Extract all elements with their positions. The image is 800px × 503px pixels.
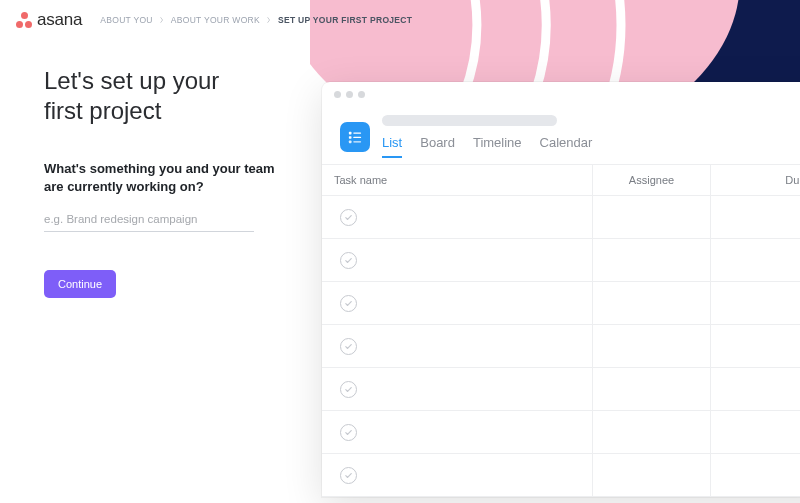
tab-list[interactable]: List [382, 135, 402, 158]
breadcrumb-step-3: SET UP YOUR FIRST PROJECT [278, 15, 412, 25]
complete-check-icon[interactable] [340, 209, 357, 226]
page-title-line2: first project [44, 97, 161, 124]
svg-rect-4 [349, 136, 352, 139]
traffic-light-dot [358, 91, 365, 98]
column-header-assignee: Assignee [592, 165, 710, 195]
svg-rect-2 [349, 131, 352, 134]
tab-board[interactable]: Board [420, 135, 455, 158]
project-preview-window: List Board Timeline Calendar Task name A… [322, 82, 800, 497]
complete-check-icon[interactable] [340, 338, 357, 355]
svg-rect-3 [353, 132, 361, 133]
task-row[interactable] [322, 411, 800, 454]
complete-check-icon[interactable] [340, 381, 357, 398]
task-row[interactable] [322, 196, 800, 239]
project-title-placeholder [382, 115, 557, 126]
asana-logo: asana [16, 10, 82, 30]
complete-check-icon[interactable] [340, 424, 357, 441]
task-rows-container [322, 196, 800, 497]
svg-rect-5 [353, 136, 361, 137]
breadcrumb-step-1: ABOUT YOU [100, 15, 152, 25]
page-title: Let's set up your first project [44, 66, 298, 126]
traffic-light-dot [346, 91, 353, 98]
complete-check-icon[interactable] [340, 467, 357, 484]
breadcrumb-step-2: ABOUT YOUR WORK [171, 15, 260, 25]
task-table-header: Task name Assignee Due date [322, 164, 800, 196]
continue-button[interactable]: Continue [44, 270, 116, 298]
task-row[interactable] [322, 368, 800, 411]
svg-rect-6 [349, 140, 352, 143]
task-row[interactable] [322, 454, 800, 497]
list-icon [348, 130, 362, 144]
tab-timeline[interactable]: Timeline [473, 135, 522, 158]
view-tabs: List Board Timeline Calendar [382, 135, 800, 158]
task-row[interactable] [322, 325, 800, 368]
page-title-line1: Let's set up your [44, 67, 219, 94]
form-question: What's something you and your team are c… [44, 160, 294, 195]
column-header-taskname: Task name [322, 165, 592, 195]
traffic-light-dot [334, 91, 341, 98]
tab-calendar[interactable]: Calendar [540, 135, 593, 158]
breadcrumb: ABOUT YOU ABOUT YOUR WORK SET UP YOUR FI… [100, 15, 412, 25]
complete-check-icon[interactable] [340, 252, 357, 269]
chevron-right-icon [266, 17, 272, 23]
svg-rect-7 [353, 141, 361, 142]
task-row[interactable] [322, 282, 800, 325]
column-header-duedate: Due date [710, 165, 800, 195]
asana-logo-icon [16, 12, 32, 28]
task-row[interactable] [322, 239, 800, 282]
asana-logo-text: asana [37, 10, 82, 30]
project-name-input[interactable] [44, 209, 254, 232]
complete-check-icon[interactable] [340, 295, 357, 312]
window-traffic-lights [322, 82, 800, 105]
project-icon [340, 122, 370, 152]
chevron-right-icon [159, 17, 165, 23]
